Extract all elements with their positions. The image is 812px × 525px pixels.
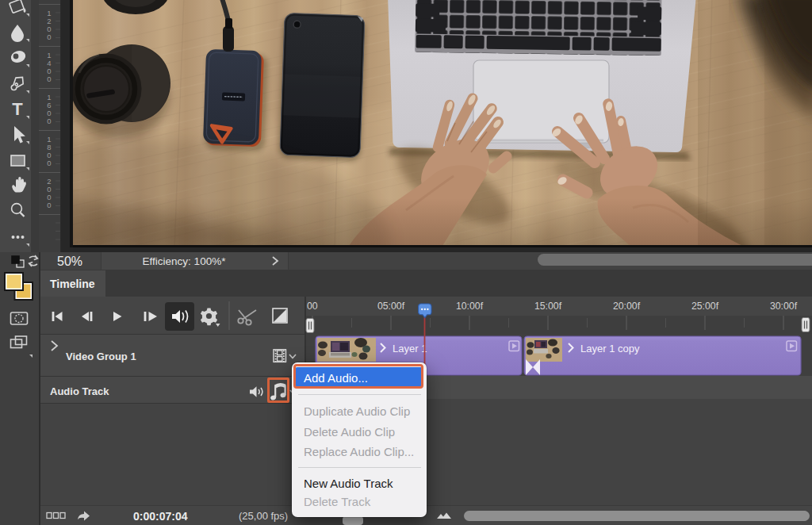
svg-text:0: 0 xyxy=(47,117,51,125)
svg-text:0: 0 xyxy=(47,75,51,83)
svg-text:T: T xyxy=(12,99,23,119)
svg-text:0: 0 xyxy=(47,201,51,209)
svg-text:Layer 1: Layer 1 xyxy=(393,343,427,354)
svg-text:0: 0 xyxy=(47,33,51,41)
svg-text:0: 0 xyxy=(47,159,51,167)
svg-text:Layer 1 copy: Layer 1 copy xyxy=(580,343,640,354)
